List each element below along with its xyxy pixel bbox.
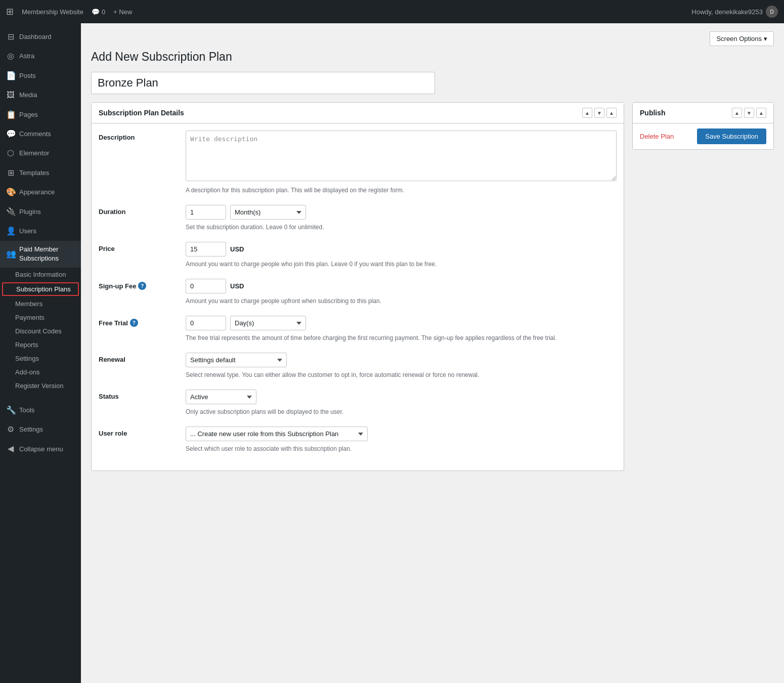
sidebar-item-astra[interactable]: ◎ Astra — [0, 47, 81, 66]
sidebar-item-settings-main[interactable]: ⚙ Settings — [0, 420, 81, 439]
admin-bar: ⊞ Membership Website 💬 0 + New Howdy, de… — [0, 0, 784, 23]
status-label: Status — [99, 390, 180, 400]
sidebar-item-plugins[interactable]: 🔌 Plugins — [0, 202, 81, 222]
free-trial-unit-select[interactable]: Day(s) Week(s) Month(s) Year(s) — [230, 316, 306, 330]
free-trial-value-input[interactable] — [186, 316, 226, 330]
main-content: Screen Options ▾ Add New Subscription Pl… — [81, 23, 784, 683]
collapse-icon: ◀ — [6, 443, 15, 454]
status-field: Active Inactive Only active subscription… — [186, 390, 617, 416]
astra-icon: ◎ — [6, 51, 15, 62]
sidebar-item-settings[interactable]: Settings — [0, 352, 81, 365]
sidebar-label-comments: Comments — [19, 130, 51, 139]
description-textarea[interactable] — [186, 131, 617, 181]
sidebar-item-subscription-plans[interactable]: Subscription Plans — [2, 282, 79, 296]
free-trial-field: Day(s) Week(s) Month(s) Year(s) The free… — [186, 316, 617, 343]
signup-fee-help-icon[interactable]: ? — [138, 282, 146, 290]
duration-value-input[interactable] — [186, 205, 226, 220]
description-label: Description — [99, 131, 180, 141]
sidebar-item-discount-codes[interactable]: Discount Codes — [0, 324, 81, 338]
comments-link[interactable]: 💬 0 — [92, 8, 105, 16]
sidebar-label-elementor: Elementor — [19, 149, 49, 158]
user-role-label: User role — [99, 426, 180, 437]
sidebar-item-pages[interactable]: 📋 Pages — [0, 105, 81, 124]
user-role-field: ... Create new user role from this Subsc… — [186, 426, 617, 453]
metabox-expand-button[interactable]: ▲ — [582, 108, 592, 118]
templates-icon: ⊞ — [6, 167, 15, 179]
chevron-down-icon: ▾ — [764, 35, 767, 42]
price-inputs: USD — [186, 242, 617, 257]
status-row: Status Active Inactive Only active subsc… — [99, 390, 617, 416]
site-name[interactable]: Membership Website — [22, 8, 83, 16]
user-role-hint: Select which user role to associate with… — [186, 444, 617, 453]
pages-icon: 📋 — [6, 109, 15, 120]
sidebar-item-users[interactable]: 👤 Users — [0, 222, 81, 241]
publish-metabox: Publish ▲ ▼ ▲ Delete Plan Save Subscript… — [632, 102, 774, 150]
screen-options-label: Screen Options — [716, 35, 762, 42]
publish-actions: Delete Plan Save Subscription — [633, 123, 773, 149]
avatar: D — [766, 6, 778, 18]
sidebar-item-comments[interactable]: 💬 Comments — [0, 124, 81, 144]
duration-label: Duration — [99, 205, 180, 216]
sidebar-item-members[interactable]: Members — [0, 297, 81, 311]
metabox-toggle-button[interactable]: ▲ — [606, 108, 617, 118]
sidebar: ⊟ Dashboard ◎ Astra 📄 Posts 🖼 Media 📋 Pa… — [0, 23, 81, 683]
sidebar-item-elementor[interactable]: ⬡ Elementor — [0, 144, 81, 163]
duration-row: Duration Month(s) Day(s) Week(s) Year(s) — [99, 205, 617, 232]
free-trial-row: Free Trial ? Day(s) Week(s) Month(s) — [99, 316, 617, 343]
sidebar-item-basic-info[interactable]: Basic Information — [0, 268, 81, 281]
metabox-collapse-button[interactable]: ▼ — [594, 108, 604, 118]
signup-fee-currency: USD — [230, 282, 244, 290]
metabox-body: Description A description for this subsc… — [92, 123, 624, 471]
status-select[interactable]: Active Inactive — [186, 390, 256, 404]
status-hint: Only active subscription plans will be d… — [186, 407, 617, 416]
renewal-row: Renewal Settings default Customer opt-in… — [99, 353, 617, 379]
signup-fee-field: USD Amount you want to charge people upf… — [186, 279, 617, 306]
duration-hint: Set the subscription duration. Leave 0 f… — [186, 223, 617, 232]
metabox-header: Subscription Plan Details ▲ ▼ ▲ — [92, 103, 624, 123]
content-grid: Subscription Plan Details ▲ ▼ ▲ Descript… — [91, 102, 774, 479]
duration-unit-select[interactable]: Month(s) Day(s) Week(s) Year(s) — [230, 205, 306, 220]
sidebar-item-reports[interactable]: Reports — [0, 338, 81, 352]
publish-collapse-button[interactable]: ▼ — [744, 108, 754, 118]
renewal-label: Renewal — [99, 353, 180, 363]
save-subscription-button[interactable]: Save Subscription — [697, 129, 766, 144]
user-role-select[interactable]: ... Create new user role from this Subsc… — [186, 426, 368, 441]
signup-fee-value-input[interactable] — [186, 279, 226, 293]
sidebar-item-add-ons[interactable]: Add-ons — [0, 365, 81, 379]
sidebar-item-dashboard[interactable]: ⊟ Dashboard — [0, 27, 81, 47]
sidebar-item-register-version[interactable]: Register Version — [0, 379, 81, 393]
new-link[interactable]: + New — [113, 8, 132, 16]
page-title: Add New Subscription Plan — [91, 50, 774, 64]
publish-metabox-header: Publish ▲ ▼ ▲ — [633, 103, 773, 123]
signup-fee-inputs: USD — [186, 279, 617, 293]
plan-title-input[interactable] — [91, 72, 435, 94]
price-hint: Amount you want to charge people who joi… — [186, 260, 617, 269]
delete-plan-link[interactable]: Delete Plan — [640, 133, 674, 140]
sidebar-item-tools[interactable]: 🔧 Tools — [0, 401, 81, 420]
description-field: A description for this subscription plan… — [186, 131, 617, 195]
metabox-controls: ▲ ▼ ▲ — [582, 108, 617, 118]
sidebar-label-plugins: Plugins — [19, 207, 41, 217]
publish-controls: ▲ ▼ ▲ — [732, 108, 766, 118]
sidebar-item-templates[interactable]: ⊞ Templates — [0, 163, 81, 183]
sidebar-item-media[interactable]: 🖼 Media — [0, 86, 81, 105]
price-value-input[interactable] — [186, 242, 226, 257]
free-trial-help-icon[interactable]: ? — [130, 319, 138, 327]
renewal-select[interactable]: Settings default Customer opt-in Force a… — [186, 353, 287, 367]
sidebar-item-posts[interactable]: 📄 Posts — [0, 66, 81, 86]
publish-title: Publish — [640, 109, 666, 117]
sidebar-item-collapse[interactable]: ◀ Collapse menu — [0, 439, 81, 458]
sidebar-item-payments[interactable]: Payments — [0, 311, 81, 324]
sidebar-label-tools: Tools — [19, 406, 34, 415]
description-hint: A description for this subscription plan… — [186, 186, 617, 195]
publish-toggle-button[interactable]: ▲ — [756, 108, 766, 118]
wp-logo-icon[interactable]: ⊞ — [6, 6, 14, 17]
sidebar-item-paid-member[interactable]: 👥 Paid Member Subscriptions — [0, 241, 81, 267]
free-trial-label: Free Trial ? — [99, 316, 180, 327]
publish-expand-button[interactable]: ▲ — [732, 108, 742, 118]
sidebar-item-appearance[interactable]: 🎨 Appearance — [0, 183, 81, 202]
price-row: Price USD Amount you want to charge peop… — [99, 242, 617, 269]
howdy-text: Howdy, denekikake9253 D — [691, 6, 778, 18]
sidebar-label-templates: Templates — [19, 168, 49, 178]
screen-options-button[interactable]: Screen Options ▾ — [710, 31, 774, 46]
